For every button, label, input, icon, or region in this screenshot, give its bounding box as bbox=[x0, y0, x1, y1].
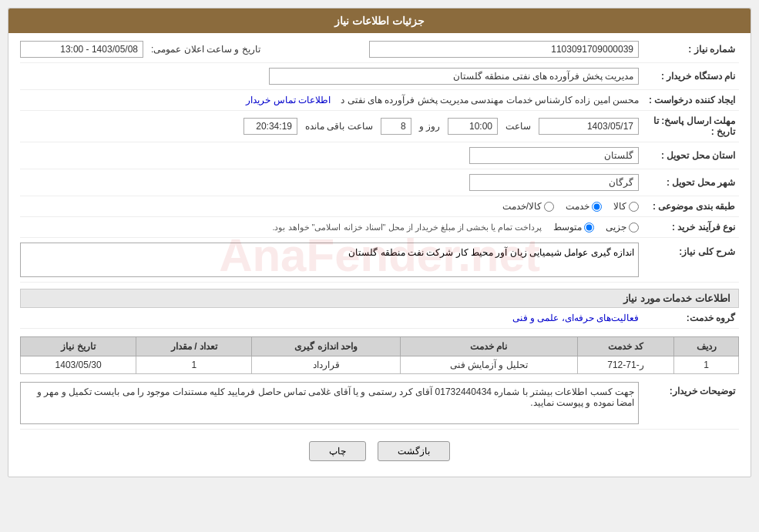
buyer-notes-label: توضیحات خریدار: bbox=[639, 382, 739, 396]
response-date-input: 1403/05/17 bbox=[539, 118, 639, 135]
need-desc-label: شرح کلی نیاز: bbox=[639, 243, 739, 257]
table-header-row: ردیف کد خدمت نام خدمت واحد اندازه گیری ت… bbox=[21, 337, 739, 356]
announce-date-input: 1403/05/08 - 13:00 bbox=[20, 41, 143, 58]
purchase-note: پرداخت تمام یا بخشی از مبلغ خریدار از مح… bbox=[272, 223, 542, 233]
table-row: 1 ر-71-712 تحلیل و آزمایش فنی قرارداد 1 … bbox=[21, 356, 739, 374]
category-kala-khadamat-label: کالا/خدمت bbox=[502, 201, 542, 212]
row-category: طبقه بندی موضوعی : کالا خدمت bbox=[20, 201, 739, 217]
category-kala-option[interactable]: کالا bbox=[613, 201, 639, 212]
province-input: گلستان bbox=[469, 147, 639, 164]
category-khadamat-radio[interactable] bbox=[592, 202, 602, 212]
buyer-notes-value-col: جهت کسب اطلاعات بیشتر با شماره 017324404… bbox=[20, 382, 639, 424]
need-desc-value-col bbox=[20, 243, 639, 277]
creator-text: محسن امین زاده کارشناس خدمات مهندسی مدیر… bbox=[341, 95, 639, 105]
services-section-title: اطلاعات خدمات مورد نیاز bbox=[20, 289, 739, 308]
service-group-link[interactable]: فعالیت‌های حرفه‌ای، علمی و فنی bbox=[512, 313, 639, 323]
row-org-name: نام دستگاه خریدار : مدیریت پخش فرآورده ه… bbox=[20, 68, 739, 90]
service-group-label: گروه خدمت: bbox=[639, 313, 739, 323]
org-name-input: مدیریت پخش فرآورده های نفتی منطقه گلستان bbox=[269, 68, 639, 85]
need-number-value-col: 1103091709000039 bbox=[287, 41, 639, 58]
announce-date-label: تاریخ و ساعت اعلان عمومی: bbox=[151, 44, 260, 55]
col-header-service-name: نام خدمت bbox=[400, 337, 577, 356]
bottom-buttons: بازگشت چاپ bbox=[20, 441, 739, 461]
province-value-col: گلستان bbox=[20, 147, 639, 164]
col-header-row-num: ردیف bbox=[674, 337, 739, 356]
city-label: شهر محل تحویل : bbox=[639, 177, 739, 188]
purchase-type-label: نوع فرآیند خرید : bbox=[639, 222, 739, 233]
response-time-input: 10:00 bbox=[448, 118, 498, 135]
city-input: گرگان bbox=[469, 174, 639, 191]
col-header-unit: واحد اندازه گیری bbox=[252, 337, 400, 356]
city-value-col: گرگان bbox=[20, 174, 639, 191]
purchase-type-radio-group: جزیی متوسط پرداخت تمام یا بخشی از مبلغ خ… bbox=[272, 222, 639, 233]
category-label: طبقه بندی موضوعی : bbox=[639, 201, 739, 212]
creator-value-col: محسن امین زاده کارشناس خدمات مهندسی مدیر… bbox=[20, 95, 639, 105]
need-number-input: 1103091709000039 bbox=[369, 41, 639, 58]
row-purchase-type: نوع فرآیند خرید : جزیی متوسط پرداخت تمام… bbox=[20, 222, 739, 238]
row-city: شهر محل تحویل : گرگان bbox=[20, 174, 739, 196]
category-value-col: کالا خدمت کالا/خدمت bbox=[20, 201, 639, 212]
purchase-motavasset-radio[interactable] bbox=[584, 223, 594, 233]
row-response-date: مهلت ارسال پاسخ: تا تاریخ : 1403/05/17 س… bbox=[20, 115, 739, 142]
creator-contact-link[interactable]: اطلاعات تماس خریدار bbox=[246, 95, 331, 105]
response-counter-label: ساعت باقی مانده bbox=[305, 121, 373, 132]
print-button[interactable]: چاپ bbox=[309, 441, 366, 461]
content-area: AnaFender.net شماره نیاز : 1103091709000… bbox=[8, 33, 751, 477]
need-desc-textarea[interactable] bbox=[20, 243, 639, 277]
page-title: جزئیات اطلاعات نیاز bbox=[334, 15, 425, 27]
services-table: ردیف کد خدمت نام خدمت واحد اندازه گیری ت… bbox=[20, 336, 739, 374]
need-number-label: شماره نیاز : bbox=[639, 44, 739, 55]
response-counter-input: 20:34:19 bbox=[243, 118, 297, 135]
row-service-group: گروه خدمت: فعالیت‌های حرفه‌ای، علمی و فن… bbox=[20, 313, 739, 329]
creator-label: ایجاد کننده درخواست : bbox=[639, 95, 739, 105]
col-header-date: تاریخ نیاز bbox=[21, 337, 136, 356]
cell-service-code: ر-71-712 bbox=[577, 356, 674, 374]
category-kala-radio[interactable] bbox=[629, 202, 639, 212]
service-group-value-col: فعالیت‌های حرفه‌ای، علمی و فنی bbox=[20, 313, 639, 323]
category-kala-khadamat-option[interactable]: کالا/خدمت bbox=[502, 201, 554, 212]
back-button[interactable]: بازگشت bbox=[378, 441, 450, 461]
purchase-motavasset-label: متوسط bbox=[553, 222, 582, 233]
buyer-notes-box: جهت کسب اطلاعات بیشتر با شماره 017324404… bbox=[20, 382, 639, 424]
cell-row-num: 1 bbox=[674, 356, 739, 374]
row-buyer-notes: توضیحات خریدار: جهت کسب اطلاعات بیشتر با… bbox=[20, 382, 739, 430]
row-province: استان محل تحویل : گلستان bbox=[20, 147, 739, 169]
category-radio-group: کالا خدمت کالا/خدمت bbox=[502, 201, 639, 212]
org-name-label: نام دستگاه خریدار : bbox=[639, 71, 739, 82]
row-need-desc: شرح کلی نیاز: bbox=[20, 243, 739, 283]
cell-date: 1403/05/30 bbox=[21, 356, 136, 374]
row-need-number: شماره نیاز : 1103091709000039 تاریخ و سا… bbox=[20, 41, 739, 63]
response-days-label: روز و bbox=[419, 121, 440, 132]
response-time-label: ساعت bbox=[505, 121, 531, 132]
category-khadamat-option[interactable]: خدمت bbox=[566, 201, 602, 212]
services-table-section: ردیف کد خدمت نام خدمت واحد اندازه گیری ت… bbox=[20, 336, 739, 374]
cell-qty: 1 bbox=[136, 356, 252, 374]
cell-service-name: تحلیل و آزمایش فنی bbox=[400, 356, 577, 374]
row-creator: ایجاد کننده درخواست : محسن امین زاده کار… bbox=[20, 95, 739, 111]
province-label: استان محل تحویل : bbox=[639, 150, 739, 161]
purchase-type-value-col: جزیی متوسط پرداخت تمام یا بخشی از مبلغ خ… bbox=[20, 222, 639, 233]
purchase-jozee-label: جزیی bbox=[606, 222, 626, 233]
response-date-value-col: 1403/05/17 ساعت 10:00 روز و 8 ساعت باقی … bbox=[20, 118, 639, 135]
purchase-jozee-option[interactable]: جزیی bbox=[606, 222, 639, 233]
category-khadamat-label: خدمت bbox=[566, 201, 589, 212]
response-date-label: مهلت ارسال پاسخ: تا تاریخ : bbox=[639, 115, 739, 137]
purchase-motavasset-option[interactable]: متوسط bbox=[553, 222, 594, 233]
col-header-qty: تعداد / مقدار bbox=[136, 337, 252, 356]
col-header-service-code: کد خدمت bbox=[577, 337, 674, 356]
cell-unit: قرارداد bbox=[252, 356, 400, 374]
category-kala-khadamat-radio[interactable] bbox=[544, 202, 554, 212]
main-container: جزئیات اطلاعات نیاز AnaFender.net شماره … bbox=[8, 8, 751, 477]
category-kala-label: کالا bbox=[613, 201, 626, 212]
response-days-input: 8 bbox=[381, 118, 411, 135]
org-name-value-col: مدیریت پخش فرآورده های نفتی منطقه گلستان bbox=[20, 68, 639, 85]
page-header: جزئیات اطلاعات نیاز bbox=[8, 8, 751, 33]
purchase-jozee-radio[interactable] bbox=[629, 223, 639, 233]
page-wrapper: جزئیات اطلاعات نیاز AnaFender.net شماره … bbox=[0, 0, 759, 532]
